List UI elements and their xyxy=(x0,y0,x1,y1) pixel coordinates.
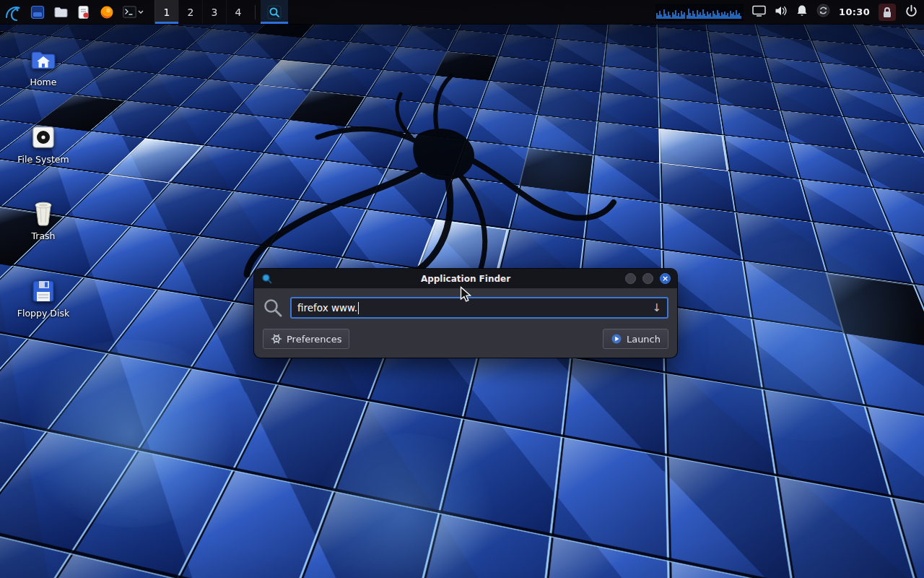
kali-logo-icon xyxy=(4,3,22,22)
application-finder-window: Application Finder × firefox www. ↓ xyxy=(254,269,677,358)
desktop-icon-label: Home xyxy=(12,77,75,87)
search-icon xyxy=(263,298,283,318)
launch-button[interactable]: Launch xyxy=(603,329,668,349)
chevron-down-icon xyxy=(138,10,144,14)
update-circle-icon xyxy=(816,4,830,17)
notifications-tray[interactable] xyxy=(796,4,808,20)
desktop-icon-floppy-disk[interactable]: Floppy Disk xyxy=(12,271,75,319)
power-button[interactable] xyxy=(905,4,918,20)
gear-icon xyxy=(271,333,282,345)
cpu-graph-icon xyxy=(655,4,744,21)
maximize-button[interactable] xyxy=(642,273,653,284)
desktop-icon-label: File System xyxy=(12,154,75,165)
desktop-icon-home[interactable]: Home xyxy=(12,40,75,87)
workspace-4[interactable]: 4 xyxy=(226,0,250,24)
panel-clock[interactable]: 10:30 xyxy=(839,7,870,17)
workspace-switcher: 1 2 3 4 xyxy=(154,0,250,24)
launcher-terminal[interactable] xyxy=(118,0,147,24)
close-icon: × xyxy=(662,275,668,282)
panel-separator xyxy=(255,5,256,20)
taskbar-application-finder[interactable] xyxy=(261,0,288,24)
workspace-label: 1 xyxy=(164,7,170,18)
display-icon xyxy=(752,5,766,17)
top-panel: 1 2 3 4 xyxy=(0,0,924,24)
volume-tray[interactable] xyxy=(775,5,788,20)
window-title: Application Finder xyxy=(260,274,671,284)
launcher-window[interactable] xyxy=(26,0,49,24)
text-editor-icon xyxy=(77,5,91,20)
system-monitor-graph[interactable] xyxy=(655,4,744,21)
window-controls: × xyxy=(625,273,671,284)
lock-icon xyxy=(881,6,893,19)
system-tray: 10:30 xyxy=(655,0,924,24)
display-settings-tray[interactable] xyxy=(752,5,766,20)
app-finder-window-icon xyxy=(261,273,272,284)
folder-icon xyxy=(53,5,68,20)
close-button[interactable]: × xyxy=(660,273,671,284)
bell-icon xyxy=(796,4,808,17)
trash-can-icon xyxy=(12,194,75,227)
speaker-icon xyxy=(775,5,788,17)
firefox-icon xyxy=(100,5,114,20)
launcher-text-editor[interactable] xyxy=(72,0,95,24)
app-finder-icon xyxy=(267,5,282,20)
preferences-button[interactable]: Preferences xyxy=(263,329,349,349)
launch-icon xyxy=(611,333,622,345)
desktop-icon-label: Trash xyxy=(12,230,75,241)
desktop-icon-trash[interactable]: Trash xyxy=(12,194,75,241)
workspace-2[interactable]: 2 xyxy=(178,0,202,24)
desktop: 1 2 3 4 xyxy=(0,0,924,578)
dropdown-arrow-icon[interactable]: ↓ xyxy=(652,303,661,314)
updates-tray[interactable] xyxy=(816,4,830,20)
search-input-value: firefox www. xyxy=(297,302,357,314)
workspace-label: 3 xyxy=(212,7,218,18)
launcher-file-manager[interactable] xyxy=(49,0,72,24)
workspace-3[interactable]: 3 xyxy=(202,0,226,24)
power-icon xyxy=(905,4,918,17)
window-titlebar[interactable]: Application Finder × xyxy=(254,269,677,288)
desktop-icon-file-system[interactable]: File System xyxy=(12,117,75,165)
mouse-cursor xyxy=(460,286,473,303)
text-caret xyxy=(358,302,359,314)
workspace-1[interactable]: 1 xyxy=(154,0,178,24)
window-app-icon xyxy=(30,5,45,20)
terminal-icon xyxy=(123,6,136,18)
preferences-button-label: Preferences xyxy=(287,334,341,345)
lock-screen-button[interactable] xyxy=(879,4,896,21)
launcher-firefox[interactable] xyxy=(95,0,118,24)
file-system-drive-icon xyxy=(12,117,75,150)
launch-button-label: Launch xyxy=(627,334,661,345)
applications-menu-button[interactable] xyxy=(0,0,26,24)
search-input[interactable]: firefox www. ↓ xyxy=(290,297,668,319)
desktop-icon-label: Floppy Disk xyxy=(12,308,75,319)
workspace-label: 4 xyxy=(235,7,242,18)
workspace-label: 2 xyxy=(188,7,194,18)
minimize-button[interactable] xyxy=(625,273,636,284)
home-folder-icon xyxy=(12,40,75,73)
floppy-disk-icon xyxy=(12,271,75,304)
